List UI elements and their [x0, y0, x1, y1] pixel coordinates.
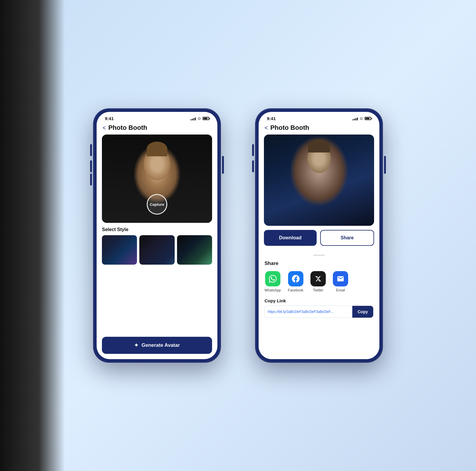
style-section: Select Style — [97, 223, 217, 268]
capture-label: Capture — [150, 202, 164, 207]
style-thumb-1[interactable] — [102, 235, 137, 265]
style-thumb-img-3 — [177, 235, 212, 265]
phone-2: 9:41 ⊙ < Photo Booth — [256, 109, 382, 362]
page-title-1: Photo Booth — [108, 124, 147, 132]
twitter-label: Twitter — [313, 288, 323, 292]
share-email[interactable]: Email — [333, 271, 348, 292]
battery-icon-1 — [203, 117, 209, 120]
battery-icon-2 — [365, 117, 371, 120]
share-sheet: Share WhatsApp — [259, 250, 379, 359]
sheet-handle — [313, 255, 325, 256]
download-button[interactable]: Download — [264, 230, 317, 246]
copy-link-url: https://bit.ly/3aBcDeF3aBcDeF3aBcDeF... — [265, 306, 352, 317]
nav-bar-1: < Photo Booth — [97, 123, 217, 135]
style-grid — [102, 235, 212, 265]
share-button[interactable]: Share — [320, 230, 374, 246]
email-icon — [333, 271, 348, 286]
twitter-icon — [310, 271, 326, 286]
result-photo — [264, 135, 374, 226]
cyber-avatar-image — [264, 135, 374, 226]
generate-avatar-button[interactable]: ✦ Generate Avatar — [102, 337, 212, 354]
copy-link-section: Copy Link https://bit.ly/3aBcDeF3aBcDeF3… — [265, 298, 373, 318]
status-bar-2: 9:41 ⊙ — [259, 112, 379, 123]
style-thumb-img-2 — [139, 235, 174, 265]
phone-2-screen: 9:41 ⊙ < Photo Booth — [259, 112, 379, 359]
status-icons-1: ⊙ — [191, 116, 209, 121]
copy-link-row: https://bit.ly/3aBcDeF3aBcDeF3aBcDeF... … — [265, 306, 373, 318]
spacer-1 — [97, 268, 217, 332]
facebook-icon — [288, 271, 303, 286]
whatsapp-icon — [265, 271, 280, 286]
facebook-label: Facebook — [288, 288, 303, 292]
back-button-1[interactable]: < — [103, 125, 106, 131]
whatsapp-label: WhatsApp — [265, 288, 281, 292]
status-bar-1: 9:41 ⊙ — [97, 112, 217, 123]
share-twitter[interactable]: Twitter — [310, 271, 326, 292]
phones-container: 9:41 ⊙ < Photo Booth — [100, 109, 376, 362]
sparkle-icon: ✦ — [134, 342, 138, 349]
style-thumb-3[interactable] — [177, 235, 212, 265]
signal-icon-2 — [353, 117, 358, 120]
style-thumb-img-1 — [102, 235, 137, 265]
share-apps-row: WhatsApp Facebook — [265, 271, 373, 292]
wifi-icon-2: ⊙ — [360, 116, 363, 121]
phone-1-screen: 9:41 ⊙ < Photo Booth — [97, 112, 217, 359]
signal-icon-1 — [191, 117, 196, 120]
capture-button[interactable]: Capture — [147, 194, 167, 215]
status-icons-2: ⊙ — [353, 116, 371, 121]
wifi-icon-1: ⊙ — [198, 116, 201, 121]
back-button-2[interactable]: < — [265, 125, 268, 131]
share-facebook[interactable]: Facebook — [288, 271, 303, 292]
nav-bar-2: < Photo Booth — [259, 123, 379, 135]
phone-1: 9:41 ⊙ < Photo Booth — [94, 109, 220, 362]
share-sheet-title: Share — [265, 261, 373, 266]
style-thumb-2[interactable] — [139, 235, 174, 265]
style-label: Select Style — [102, 227, 212, 232]
copy-link-label: Copy Link — [265, 298, 373, 303]
copy-button[interactable]: Copy — [352, 306, 373, 318]
generate-avatar-label: Generate Avatar — [141, 342, 180, 348]
email-label: Email — [336, 288, 345, 292]
action-buttons: Download Share — [264, 230, 374, 246]
page-title-2: Photo Booth — [270, 124, 309, 132]
share-whatsapp[interactable]: WhatsApp — [265, 271, 281, 292]
camera-view: Capture — [102, 135, 212, 223]
dark-bg-corner — [0, 0, 65, 471]
status-time-1: 9:41 — [105, 116, 114, 121]
status-time-2: 9:41 — [267, 116, 276, 121]
